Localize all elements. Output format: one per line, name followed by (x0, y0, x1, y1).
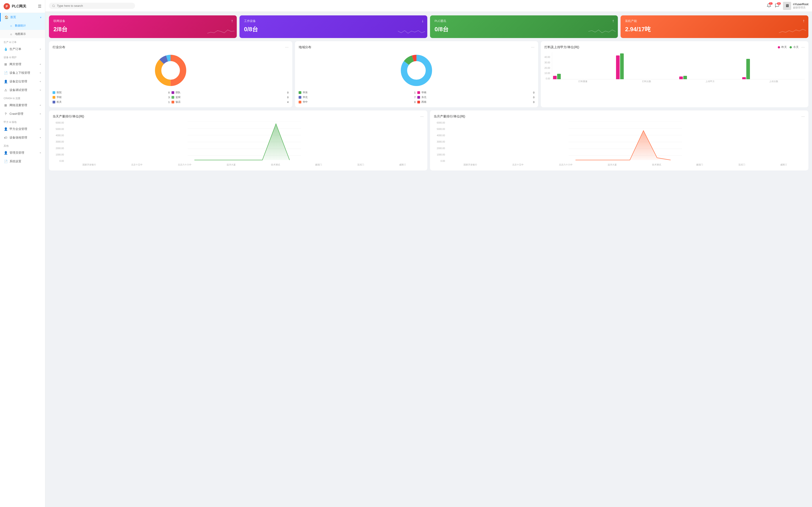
sidebar-item-map-view[interactable]: ○ 地图展示 (0, 30, 45, 38)
menu-toggle-icon[interactable]: ☰ (38, 4, 42, 9)
northeast-color (417, 96, 420, 99)
monthly-production-more[interactable]: ··· (801, 114, 805, 119)
x-label-3: 上传次数 (743, 80, 805, 83)
north-name: 华北 (303, 96, 413, 99)
x-label-1: 打料次数 (616, 80, 678, 83)
connected-title: 联网设备 (53, 19, 232, 23)
gateway-icon: ⊞ (4, 62, 8, 66)
monthly-chart-area: 6000.00 5000.00 4000.00 3000.00 2000.00 … (434, 121, 805, 167)
central-color (299, 101, 301, 103)
search-input[interactable] (57, 4, 132, 7)
stat-card-working: 工作设备 0/8台 ↓ (240, 15, 427, 38)
sidebar-item-device-debug[interactable]: ⚠ 设备调试管理 ＜ (0, 86, 45, 94)
section-device: 设备 & 维护 (0, 53, 45, 60)
wave-svg-4 (779, 26, 806, 36)
sidebar-item-device-online[interactable]: 📄 设备上下线管理 ＜ (0, 69, 45, 77)
bar-today-1 (557, 74, 561, 79)
batch-x-labels: 打料重量 打料次数 上传甲方 上传次数 (552, 80, 805, 83)
working-wave (398, 26, 425, 36)
northeast-val: 0 (533, 96, 535, 99)
production-title: 装机产能 (625, 19, 804, 23)
stat-card-production: 装机产能 2.94/17吨 ↑ (620, 15, 808, 38)
y-label-30: 30.00 (545, 61, 550, 64)
venue-arrow: ＜ (39, 136, 42, 139)
svg-point-0 (53, 5, 55, 7)
region-donut-container (299, 52, 535, 89)
industry-chart-more[interactable]: ··· (285, 45, 289, 50)
monthly-x-2: 北京六十六中 (559, 163, 572, 166)
sidebar-item-venue-mgmt[interactable]: 🏷 设备场地管理 ＜ (0, 133, 45, 142)
daily-y-0: 6000.00 (53, 121, 64, 124)
device-online-arrow: ＜ (39, 71, 42, 74)
daily-x-2: 北京六十六中 (178, 163, 192, 166)
data-stats-icon: ○ (9, 24, 13, 27)
legend-southwest: 西南 0 (417, 100, 535, 104)
legend-east: 华东 1 (299, 91, 416, 94)
sidebar-item-network-flow[interactable]: ⊞ 网络流量管理 ＜ (0, 101, 45, 110)
daily-x-5: 建国门 (315, 163, 322, 166)
sidebar-item-admin-mgmt[interactable]: 👤 管理员管理 ＜ (0, 149, 45, 157)
bar-group-1 (553, 74, 615, 79)
region-legend: 华东 1 华南 0 华北 7 东北 (299, 91, 535, 104)
region-chart-more[interactable]: ··· (531, 45, 535, 50)
east-val: 1 (414, 91, 415, 94)
user-role: 超级管理员 (793, 6, 808, 9)
industry-donut-svg (152, 52, 189, 89)
plc-arrow: ↑ (612, 18, 614, 23)
monthly-x-7: 威斯汀 (780, 163, 787, 166)
sw-name: 西南 (421, 100, 532, 104)
legend-hotel: 饭店 4 (171, 100, 289, 104)
daily-production-more[interactable]: ··· (420, 114, 424, 119)
prison-name: 监狱 (175, 96, 286, 99)
production-icon: 💧 (4, 47, 8, 51)
crash-arrow: ＜ (39, 112, 42, 115)
gateway-arrow: ＜ (39, 63, 42, 66)
bar-yesterday-1 (553, 76, 557, 79)
map-icon: ○ (9, 33, 13, 36)
gateway-label: 网关管理 (9, 62, 21, 66)
sidebar-item-crash-mgmt[interactable]: ? Crash管理 ＜ (0, 110, 45, 118)
stat-card-connected: 联网设备 2/8台 ↑ (49, 15, 237, 38)
monthly-y-4: 2000.00 (434, 147, 445, 150)
monthly-y-2: 4000.00 (434, 134, 445, 137)
daily-y-6: 0.00 (53, 160, 64, 162)
legend-north: 华北 7 (299, 96, 416, 99)
hospital-color (53, 91, 55, 94)
user-info[interactable]: 🖥 nYuserRoot 超级管理员 (783, 2, 808, 10)
device-debug-icon: ⚠ (4, 88, 8, 92)
sidebar-item-home[interactable]: 🏠 首页 ∨ (0, 13, 45, 21)
bar-yesterday-4 (742, 77, 746, 79)
east-color (299, 91, 301, 94)
section-crash: CRASH & 流量 (0, 94, 45, 101)
sidebar-item-production-order[interactable]: 💧 生产订单 ＜ (0, 45, 45, 53)
plc-wave (589, 26, 616, 36)
sidebar-item-gateway[interactable]: ⊞ 网关管理 ＜ (0, 60, 45, 69)
batch-bars (552, 52, 805, 79)
hotel-val: 4 (287, 101, 289, 103)
daily-y-1: 5000.00 (53, 128, 64, 130)
govt-name: 机关 (57, 100, 167, 104)
daily-x-3: 远洋大厦 (226, 163, 236, 166)
search-box[interactable] (49, 3, 135, 9)
monthly-line-svg (446, 121, 805, 162)
army-color (171, 91, 174, 94)
batch-legend-yesterday: 昨天 (778, 45, 787, 49)
notification-msg-btn[interactable]: 8 (775, 3, 779, 8)
bar-group-2 (616, 53, 678, 79)
sidebar-item-data-stats[interactable]: ○ 数据统计 (0, 21, 45, 30)
y-label-0: 0.00 (545, 77, 550, 80)
plc-title: PLC通讯 (435, 19, 613, 23)
batch-chart-more[interactable]: ··· (801, 45, 805, 50)
sidebar-item-party-mgmt[interactable]: 👤 甲方企业管理 ＜ (0, 125, 45, 133)
sidebar-item-device-locate[interactable]: 👤 设备定位管理 ＜ (0, 77, 45, 86)
south-val: 0 (533, 91, 535, 94)
middle-chart-row: 行业分布 ··· (49, 41, 808, 107)
notification-bell-btn[interactable]: 1 (767, 3, 771, 8)
batch-legend-today: 今天 (790, 45, 799, 49)
north-val: 7 (414, 96, 415, 99)
hotel-color (171, 101, 174, 103)
army-val: 0 (287, 91, 289, 94)
stat-cards-row: 联网设备 2/8台 ↑ 工作设备 0/8台 ↓ (49, 15, 808, 38)
logo-text: PLC网关 (12, 4, 26, 9)
sidebar-item-system-settings[interactable]: 📄 系统设置 (0, 157, 45, 166)
